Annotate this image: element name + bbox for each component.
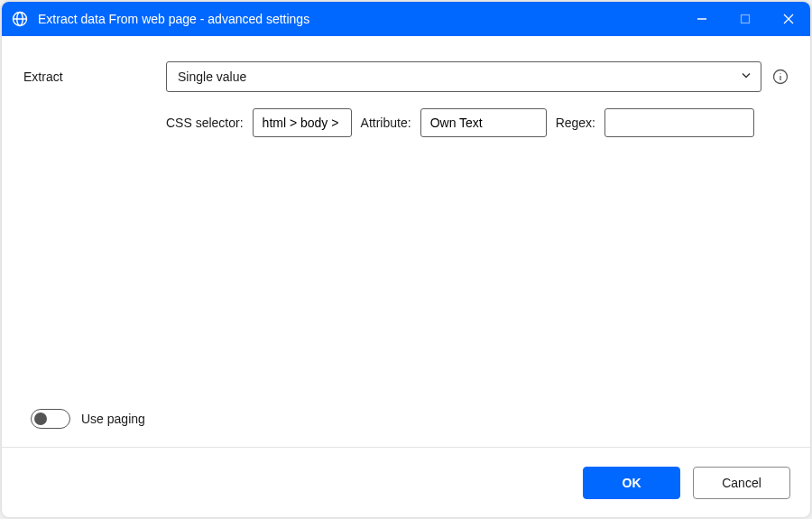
dialog-body: Extract Single value CSS selector: (2, 36, 810, 447)
ok-button[interactable]: OK (583, 467, 680, 499)
regex-input[interactable] (604, 108, 754, 137)
chevron-down-icon (740, 70, 752, 85)
css-selector-input[interactable] (253, 108, 352, 137)
svg-point-8 (780, 73, 780, 74)
dialog-window: Extract data From web page - advanced se… (2, 2, 810, 517)
dialog-footer: OK Cancel (2, 447, 810, 517)
maximize-button (724, 2, 767, 36)
extract-select[interactable]: Single value (166, 61, 761, 92)
extract-label: Extract (23, 70, 166, 84)
cancel-button[interactable]: Cancel (693, 467, 790, 499)
titlebar: Extract data From web page - advanced se… (2, 2, 810, 36)
css-selector-label: CSS selector: (166, 116, 244, 130)
svg-rect-4 (742, 15, 750, 23)
info-icon[interactable] (772, 69, 789, 85)
toggle-knob (34, 412, 47, 425)
extract-select-value: Single value (178, 70, 246, 84)
attribute-label: Attribute: (361, 116, 411, 130)
regex-label: Regex: (556, 116, 595, 130)
close-button[interactable] (767, 2, 810, 36)
window-title: Extract data From web page - advanced se… (38, 12, 309, 26)
minimize-button[interactable] (680, 2, 724, 36)
globe-icon (11, 10, 29, 28)
use-paging-label: Use paging (81, 412, 145, 426)
use-paging-toggle[interactable] (31, 409, 70, 429)
attribute-input[interactable] (420, 108, 547, 137)
